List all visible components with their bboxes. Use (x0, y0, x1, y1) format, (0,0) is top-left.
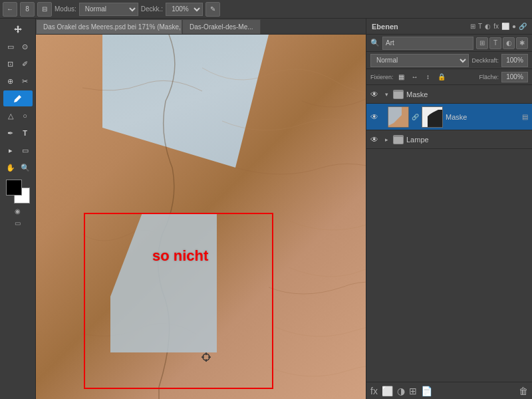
layer-link-icon: 🔗 (412, 114, 419, 120)
layer-extra-icon-maske: ▤ (520, 112, 529, 122)
add-style-button[interactable]: fx (370, 386, 378, 396)
brush-size-input[interactable]: 8 (20, 2, 35, 17)
add-mask-button[interactable]: ⬜ (382, 386, 393, 396)
layer-folder-icon-maske (393, 90, 404, 99)
layers-opacity-input[interactable] (501, 54, 528, 67)
brush-tool[interactable] (3, 90, 33, 106)
pen-tool[interactable]: ✒ (3, 125, 17, 141)
add-group-button[interactable]: ⊞ (409, 386, 417, 396)
dodge-tool[interactable]: ○ (18, 108, 32, 124)
layers-spacer (366, 149, 532, 382)
fix-icon-move-x[interactable]: ↔ (410, 72, 420, 82)
blend-mode-select[interactable]: Normal Multiplizieren Abwedeln (79, 3, 138, 16)
mode-label: Modus: (55, 5, 76, 13)
delete-layer-button[interactable]: 🗑 (519, 386, 528, 396)
healing-tool[interactable]: ⊕ (3, 73, 17, 89)
marquee-rect-tool[interactable]: ▭ (3, 39, 17, 55)
top-toolbar: ← 8 ⊟ Modus: Normal Multiplizieren Abwed… (0, 0, 532, 19)
foreground-color[interactable] (6, 180, 22, 196)
fix-icon-move-y[interactable]: ↕ (423, 72, 434, 82)
layer-expand-maske[interactable]: ▾ (382, 90, 390, 98)
layer-visibility-maske[interactable]: 👁 (369, 112, 380, 122)
canvas-area: Das Orakel des Meeres.psd bei 171% (Mask… (36, 19, 366, 399)
back-button[interactable]: ← (3, 2, 17, 17)
layer-visibility-lampe[interactable]: 👁 (369, 134, 380, 145)
main-area: ▭ ⊙ ⊡ ✐ ⊕ ✂ △ ○ ✒ T ▸ ▭ ✋ 🔍 (0, 19, 532, 399)
blur-tool[interactable]: △ (3, 108, 17, 124)
panel-icon-filter[interactable]: ⊞ (470, 23, 475, 30)
layers-fix-row: Fixieren: ▦ ↔ ↕ 🔒 Fläche: (366, 69, 532, 85)
move-tool[interactable] (3, 21, 33, 37)
search-icon: 🔍 (370, 39, 380, 47)
filter-icon-circle[interactable]: ✱ (516, 37, 528, 49)
layer-visibility-maske-group[interactable]: 👁 (369, 89, 380, 100)
layers-blend-mode-select[interactable]: Normal Multiplizieren (370, 54, 469, 67)
image-background: so nicht (36, 35, 366, 399)
add-adjustment-button[interactable]: ◑ (397, 386, 405, 396)
layer-name-lampe: Lampe (406, 136, 529, 144)
svg-rect-11 (394, 92, 398, 94)
panel-header-icons: ⊞ T ◐ fx ⬜ ● 🔗 (470, 23, 527, 30)
filter-icon-text[interactable]: T (489, 37, 501, 49)
fix-label: Fixieren: (370, 74, 394, 80)
layer-group-lampe[interactable]: 👁 ▸ Lampe (366, 130, 532, 149)
right-panels: Ebenen ⊞ T ◐ fx ⬜ ● 🔗 🔍 ⊞ T ◐ ✱ (366, 19, 532, 399)
layer-name-maske: Maske (446, 113, 517, 121)
canvas-content: so nicht (36, 35, 366, 399)
panel-icon-adjust[interactable]: ◐ (485, 23, 491, 30)
screen-mode-btn[interactable]: ▭ (9, 219, 27, 230)
layer-thumb-maske (388, 106, 409, 128)
panel-icon-smart[interactable]: ● (512, 23, 516, 30)
sky-area (102, 35, 269, 168)
tab-secondary[interactable]: Das-Orakel-des-Me... (182, 19, 261, 34)
layers-blend-row: Normal Multiplizieren Deckkraft: (366, 52, 532, 69)
crosshair-1 (201, 352, 211, 362)
flaeche-input[interactable] (501, 72, 528, 82)
hand-tool[interactable]: ✋ (3, 160, 17, 176)
path-select-tool[interactable]: ▸ (3, 142, 17, 158)
layer-row-maske[interactable]: 👁 🔗 Maske ▤ (366, 104, 532, 130)
filter-icon-add[interactable]: ◐ (503, 37, 515, 49)
brush-icon-btn[interactable]: ✎ (205, 2, 220, 17)
stamp-tool[interactable]: ✂ (18, 73, 32, 89)
eyedropper-tool[interactable]: ✐ (18, 56, 32, 72)
opacity-select[interactable]: 100% 75% 50% (166, 3, 203, 16)
layer-folder-icon-lampe (393, 135, 404, 144)
panel-title: Ebenen (372, 23, 398, 31)
filter-icon-grid[interactable]: ⊞ (476, 37, 488, 49)
layer-group-maske[interactable]: 👁 ▾ Maske (366, 85, 532, 104)
svg-rect-15 (394, 137, 398, 139)
panel-icon-effect[interactable]: fx (493, 23, 499, 30)
quick-mask-btn[interactable]: ◉ (9, 207, 27, 218)
panel-icon-text[interactable]: T (478, 23, 482, 30)
panel-icon-link[interactable]: 🔗 (519, 23, 527, 30)
crop-tool[interactable]: ⊡ (3, 56, 17, 72)
marquee-lasso-tool[interactable]: ⊙ (18, 39, 32, 55)
tab-bar: Das Orakel des Meeres.psd bei 171% (Mask… (36, 19, 366, 35)
zoom-tool[interactable]: 🔍 (18, 160, 32, 176)
text-tool[interactable]: T (18, 125, 32, 141)
opacity-label: Deckk.: (141, 5, 163, 13)
annotation-box (84, 213, 273, 389)
color-swatches[interactable] (6, 180, 30, 203)
brush-picker-button[interactable]: ⊟ (37, 2, 52, 17)
shape-tool[interactable]: ▭ (18, 142, 32, 158)
so-nicht-label: so nicht (152, 247, 208, 265)
layer-search-input[interactable] (382, 37, 473, 50)
add-layer-button[interactable]: 📄 (421, 386, 432, 396)
flaeche-label: Fläche: (479, 74, 499, 80)
left-toolbar: ▭ ⊙ ⊡ ✐ ⊕ ✂ △ ○ ✒ T ▸ ▭ ✋ 🔍 (0, 19, 36, 399)
panel-search-row: 🔍 ⊞ T ◐ ✱ (366, 35, 532, 52)
panel-header-ebenen: Ebenen ⊞ T ◐ fx ⬜ ● 🔗 (366, 19, 532, 35)
layers-bottom-bar: fx ⬜ ◑ ⊞ 📄 🗑 (366, 382, 532, 399)
opacity-label: Deckkraft: (471, 57, 499, 64)
panel-icon-mask[interactable]: ⬜ (501, 23, 509, 30)
layer-expand-lampe[interactable]: ▸ (382, 136, 390, 144)
tab-secondary-label: Das-Orakel-des-Me... (190, 23, 253, 31)
tab-main-label: Das Orakel des Meeres.psd bei 171% (Mask… (43, 23, 182, 31)
tab-main[interactable]: Das Orakel des Meeres.psd bei 171% (Mask… (36, 19, 182, 34)
fix-icon-pixels[interactable]: ▦ (396, 72, 407, 82)
layer-name-maske-group: Maske (406, 90, 529, 98)
fix-icon-lock[interactable]: 🔒 (436, 72, 447, 82)
panel-filter-icons: ⊞ T ◐ ✱ (476, 37, 528, 49)
